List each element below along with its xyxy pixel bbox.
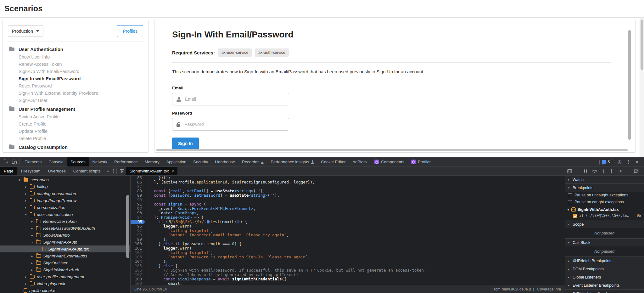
- section-header-call-stack[interactable]: ▾Call Stack: [565, 239, 644, 246]
- line-number[interactable]: 101: [131, 246, 145, 251]
- breakpoint-option-pause-on-uncaught-exceptions[interactable]: Pause on uncaught exceptions: [565, 192, 644, 199]
- toggle-navigator-icon[interactable]: [118, 167, 126, 175]
- section-header-watch[interactable]: ▸Watch: [565, 176, 644, 183]
- sidebar-item-sign-in-with-external-identity-providers[interactable]: Sign-In With External Identity Providers: [3, 90, 148, 97]
- breakpoint-entry[interactable]: if (!/\S+@\S+\.\S+/.te…95: [565, 212, 644, 220]
- line-number[interactable]: 86: [131, 180, 145, 184]
- sidebar-item-sign-up-with-email-password[interactable]: Sign-Up With Email/Password: [3, 68, 148, 75]
- more-tabs-chevron[interactable]: »: [104, 169, 112, 173]
- section-header-xhr-fetch-breakpoints[interactable]: ▸XHR/fetch Breakpoints: [565, 257, 644, 265]
- pause-script-icon[interactable]: [583, 169, 588, 173]
- line-number[interactable]: 97: [131, 228, 145, 233]
- tab-profiler[interactable]: Profiler: [408, 157, 434, 166]
- navigator-menu-icon[interactable]: [112, 169, 115, 173]
- password-field[interactable]: [184, 121, 285, 127]
- profiles-button[interactable]: Profiles: [117, 25, 143, 37]
- line-number[interactable]: 99: [131, 237, 145, 242]
- section-header-scope[interactable]: ▾Scope: [565, 220, 644, 228]
- line-number[interactable]: 88: [131, 189, 145, 193]
- line-number[interactable]: 87: [131, 184, 145, 189]
- line-number[interactable]: 100: [131, 242, 145, 246]
- line-number[interactable]: 102: [131, 251, 145, 255]
- close-devtools-icon[interactable]: ✕: [633, 160, 641, 165]
- sidebar-item-show-user-info[interactable]: Show User Info: [3, 54, 148, 61]
- section-header-csp-violation-breakpoints[interactable]: ▸CSP Violation Breakpoints: [565, 290, 644, 293]
- close-tab-icon[interactable]: ×: [172, 169, 174, 173]
- card-vertical-scrollbar[interactable]: [628, 30, 631, 140]
- line-number[interactable]: 108: [131, 277, 145, 281]
- sidebar-group-user-profile-management[interactable]: User Profile Management: [3, 104, 148, 113]
- line-number[interactable]: 96: [131, 224, 145, 228]
- sidebar-item-reset-password[interactable]: Reset Password: [3, 82, 148, 90]
- line-number[interactable]: 89: [131, 193, 145, 198]
- tree-file-signinwithaxauth-tsx[interactable]: SignInWithAxAuth.tsx: [0, 245, 130, 252]
- navigator-scrollbar-thumb[interactable]: [126, 195, 129, 258]
- card-horizontal-scrollbar[interactable]: [156, 149, 628, 151]
- tab-recorder[interactable]: Recorder: [238, 157, 267, 166]
- sidebar-item-create-profile[interactable]: Create Profile: [3, 121, 148, 128]
- sidebar-item-update-profile[interactable]: Update Profile: [3, 128, 148, 135]
- tab-security[interactable]: Security: [190, 157, 211, 166]
- tab-performance[interactable]: Performance: [111, 157, 141, 166]
- tab-network[interactable]: Network: [89, 157, 111, 166]
- line-number[interactable]: 93: [131, 211, 145, 215]
- overflow-menu-icon[interactable]: [627, 160, 630, 164]
- sidebar-item-delete-profile[interactable]: Delete Profile: [3, 135, 148, 142]
- line-number[interactable]: 105: [131, 264, 145, 268]
- line-number[interactable]: 92: [131, 206, 145, 211]
- step-icon[interactable]: [618, 169, 623, 173]
- checkbox[interactable]: [568, 200, 572, 204]
- line-number[interactable]: 85: [131, 176, 145, 180]
- sidebar-item-sign-in-with-email-password[interactable]: Sign-In with Email/Password: [3, 75, 148, 82]
- tree-folder-resetpasswordwithaxauth[interactable]: ▸ResetPasswordWithAxAuth: [0, 225, 130, 232]
- tree-folder-signinwithexternalidps[interactable]: ▸SignInWithExternalIdps: [0, 252, 130, 259]
- tree-folder-catalog-consumption[interactable]: ▸catalog-consumption: [0, 190, 130, 197]
- sidebar-item-renew-access-token[interactable]: Renew Access Token: [3, 61, 148, 68]
- sidebar-item-sign-out-user[interactable]: Sign-Out User: [3, 97, 148, 104]
- tab-elements[interactable]: Elements: [21, 157, 45, 166]
- line-number[interactable]: 94: [131, 215, 145, 220]
- tab-memory[interactable]: Memory: [141, 157, 163, 166]
- tree-folder-personalization[interactable]: ▸personalization: [0, 204, 130, 211]
- device-toolbar-icon[interactable]: [10, 158, 18, 166]
- inspect-element-icon[interactable]: [2, 158, 10, 166]
- line-number[interactable]: 95: [131, 220, 145, 224]
- tree-folder-image-imagepreview[interactable]: ▸image/ImagePreview: [0, 197, 130, 204]
- tab-application[interactable]: Application: [163, 157, 190, 166]
- sources-tab-filesystem[interactable]: Filesystem: [17, 167, 44, 175]
- sources-tab-page[interactable]: Page: [0, 167, 17, 175]
- sidebar-group-user-authentication[interactable]: User Authentication: [3, 44, 148, 54]
- section-header-global-listeners[interactable]: ▸Global Listeners: [565, 273, 644, 281]
- step-out-icon[interactable]: [609, 169, 613, 173]
- tree-folder-video-playback[interactable]: ▸video-playback: [0, 280, 130, 287]
- breakpoint-checkbox[interactable]: [573, 214, 577, 218]
- settings-gear-icon[interactable]: [615, 158, 624, 166]
- tree-folder-user-profile-management[interactable]: ▸user-profile-management: [0, 273, 130, 280]
- tab-components[interactable]: Components: [371, 157, 408, 166]
- section-header-breakpoints[interactable]: ▾Breakpoints: [565, 184, 644, 192]
- tab-cookie-editor[interactable]: Cookie Editor: [317, 157, 349, 166]
- toggle-debugger-sidebar-icon[interactable]: [567, 169, 572, 174]
- inline-breakpoint-icon[interactable]: [207, 220, 210, 223]
- issues-badge[interactable]: 5: [599, 159, 612, 165]
- section-header-event-listener-breakpoints[interactable]: ▸Event Listener Breakpoints: [565, 281, 644, 289]
- tree-folder-signoutuser[interactable]: ▸SignOutUser: [0, 259, 130, 266]
- tree-folder-showuserinfo[interactable]: ▸ShowUserInfo: [0, 232, 130, 239]
- tree-folder-signupwithaxauth[interactable]: ▸SignUpWithAxAuth: [0, 266, 130, 273]
- tree-folder-user-authentication[interactable]: ▾user-authentication: [0, 211, 130, 218]
- breakpoint-file-row[interactable]: ▾<>SignInWithAxAuth.tsx: [565, 206, 644, 212]
- tab-performance-insights[interactable]: Performance insights: [267, 157, 317, 166]
- deactivate-breakpoints-icon[interactable]: [634, 169, 639, 174]
- sidebar-group-catalog-consumption[interactable]: Catalog Consumption: [3, 142, 148, 151]
- section-header-dom-breakpoints[interactable]: ▸DOM Breakpoints: [565, 265, 644, 273]
- environment-dropdown[interactable]: Production: [8, 25, 43, 37]
- browser-scrollbar-track[interactable]: [640, 18, 644, 157]
- step-over-icon[interactable]: [592, 169, 597, 173]
- editor-tab[interactable]: SignInWithAxAuth.tsx ×: [126, 167, 177, 175]
- sidebar-item-switch-active-profile[interactable]: Switch Active Profile: [3, 113, 148, 121]
- source-map-link[interactable]: main.a620de0a.js: [502, 287, 532, 291]
- tree-file-apollo-client-ts[interactable]: apollo-client.ts: [0, 287, 130, 293]
- inline-breakpoint-outline-icon[interactable]: [237, 220, 240, 223]
- sign-in-button[interactable]: Sign In: [172, 138, 199, 149]
- step-into-icon[interactable]: [601, 169, 605, 173]
